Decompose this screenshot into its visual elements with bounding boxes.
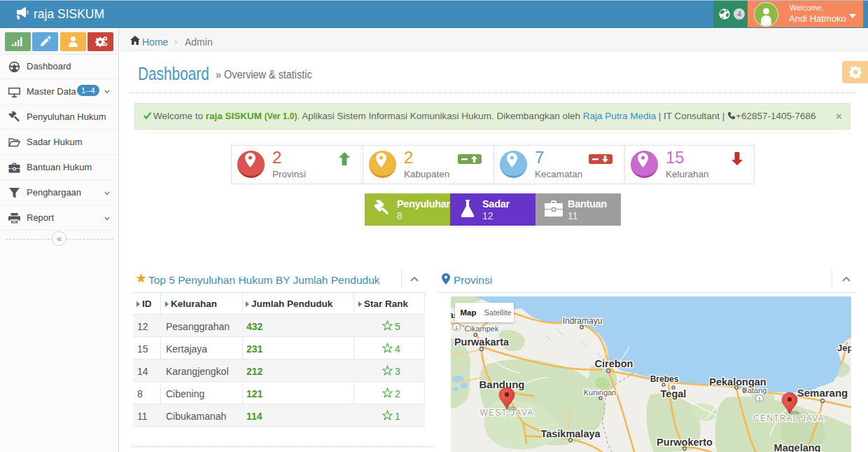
svg-text:Kuningan: Kuningan (584, 388, 617, 397)
svg-text:Purwakarta: Purwakarta (454, 336, 510, 348)
svg-text:Cikampek: Cikampek (465, 324, 499, 333)
svg-text:Brebes: Brebes (650, 374, 679, 384)
svg-text:Tegal: Tegal (661, 388, 687, 399)
svg-text:CENTRAL JAVA: CENTRAL JAVA (753, 413, 825, 423)
svg-text:Batang: Batang (743, 386, 767, 395)
svg-text:Bandung: Bandung (479, 378, 525, 390)
svg-text:Jep: Jep (837, 343, 851, 353)
svg-text:Magelang: Magelang (774, 442, 821, 452)
svg-text:Semarang: Semarang (797, 387, 848, 399)
svg-text:1: 1 (758, 396, 762, 402)
svg-text:Purwokerto: Purwokerto (657, 437, 713, 448)
svg-text:Indramayu: Indramayu (563, 316, 603, 326)
svg-text:Cirebon: Cirebon (595, 358, 634, 369)
svg-text:Tasikmalaya: Tasikmalaya (540, 428, 601, 439)
svg-text:1: 1 (455, 324, 458, 331)
